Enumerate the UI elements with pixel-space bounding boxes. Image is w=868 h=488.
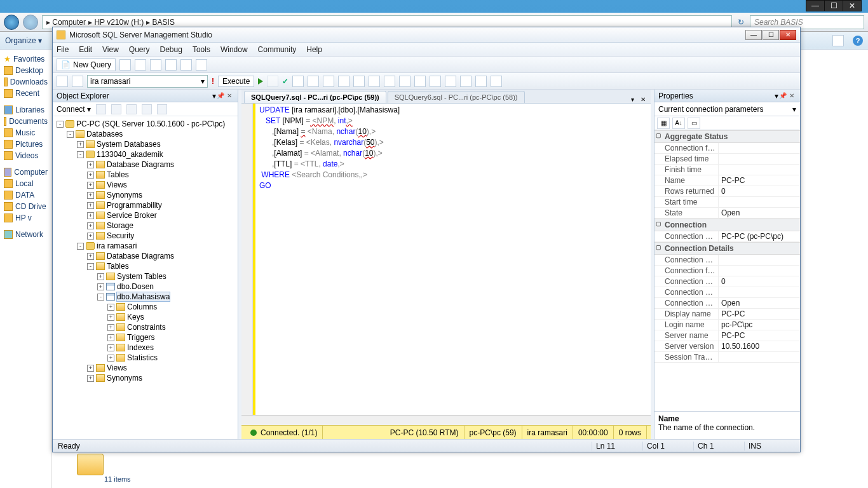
minimize-button[interactable]: —: [745, 30, 762, 40]
toolbar-button[interactable]: [196, 59, 207, 71]
menu-query[interactable]: Query: [129, 45, 150, 54]
tree-systables[interactable]: System Tables: [117, 272, 166, 281]
new-query-button[interactable]: 📄New Query: [57, 58, 116, 71]
tree-triggers[interactable]: Triggers: [127, 333, 155, 342]
alphabetical-icon[interactable]: A↓: [672, 118, 685, 129]
shell-minimize-button[interactable]: —: [806, 0, 825, 11]
breadcrumb-segment[interactable]: ▸ BASIS: [146, 18, 175, 27]
object-explorer-tree[interactable]: -PC-PC (SQL Server 10.50.1600 - pc-PC\pc…: [53, 116, 238, 439]
toolbar-button[interactable]: [292, 76, 304, 87]
nav-forward-button[interactable]: [23, 15, 38, 30]
organize-menu[interactable]: Organize ▾: [5, 36, 42, 45]
filter-icon[interactable]: [142, 104, 152, 114]
toolbar-button[interactable]: [72, 76, 83, 87]
shell-maximize-button[interactable]: ☐: [824, 0, 843, 11]
close-pane-icon[interactable]: ✕: [787, 92, 796, 99]
tree-toggle[interactable]: +: [107, 334, 114, 341]
toolbar-button[interactable]: [135, 59, 146, 71]
sidebar-network[interactable]: Network: [15, 230, 43, 239]
tree-storage[interactable]: Storage: [107, 221, 133, 230]
tree-toggle[interactable]: -: [67, 131, 74, 138]
properties-grid[interactable]: Aggregate Status Connection failure Elap…: [654, 130, 800, 411]
toolbar-button[interactable]: [119, 59, 131, 71]
tree-views[interactable]: Views: [107, 180, 127, 189]
breadcrumb-segment[interactable]: ▸ Computer: [46, 18, 86, 27]
play-icon[interactable]: [258, 78, 263, 85]
sidebar-computer[interactable]: Computer: [14, 168, 48, 177]
tree-sysdb[interactable]: System Databases: [97, 140, 161, 149]
toolbar-button[interactable]: [491, 76, 502, 87]
folder-item[interactable]: [65, 454, 116, 475]
help-icon[interactable]: ?: [853, 36, 863, 46]
tree-toggle[interactable]: +: [97, 273, 104, 280]
horizontal-scrollbar[interactable]: [241, 415, 651, 425]
refresh-icon[interactable]: [157, 104, 167, 114]
toolbar-icon[interactable]: [126, 104, 137, 114]
execute-button[interactable]: Execute: [218, 76, 254, 87]
sidebar-videos[interactable]: Videos: [15, 151, 38, 160]
toolbar-button[interactable]: [165, 59, 177, 71]
category-connection[interactable]: Connection: [654, 219, 800, 231]
tree-toggle[interactable]: +: [87, 212, 94, 219]
pin-icon[interactable]: 📌: [778, 92, 787, 99]
tree-toggle[interactable]: +: [77, 141, 84, 148]
tree-toggle[interactable]: +: [87, 222, 94, 229]
tree-toggle[interactable]: +: [87, 192, 94, 199]
tree-security[interactable]: Security: [107, 231, 134, 240]
menu-view[interactable]: View: [102, 45, 119, 54]
category-aggregate[interactable]: Aggregate Status: [654, 130, 800, 143]
view-icon[interactable]: [832, 35, 844, 46]
tree-constraints[interactable]: Constraints: [127, 323, 166, 332]
tree-toggle[interactable]: -: [87, 263, 94, 270]
properties-selector[interactable]: Current connection parameters▾: [654, 102, 800, 116]
refresh-icon[interactable]: ↻: [736, 18, 746, 27]
sql-editor[interactable]: UPDATE [ira ramasari].[dbo].[Mahasiswa] …: [241, 104, 651, 415]
database-selector[interactable]: ira ramasari ▾: [87, 75, 208, 88]
sidebar-music[interactable]: Music: [15, 128, 35, 137]
sidebar-downloads[interactable]: Downloads: [10, 78, 48, 86]
tree-toggle[interactable]: +: [107, 355, 114, 362]
tree-views[interactable]: Views: [107, 363, 127, 372]
tree-synonyms[interactable]: Synonyms: [107, 374, 142, 383]
tree-toggle[interactable]: +: [87, 375, 94, 382]
sidebar-dat[interactable]: DATA: [15, 191, 34, 200]
menu-help[interactable]: Help: [306, 45, 322, 54]
category-details[interactable]: Connection Details: [654, 242, 800, 255]
tree-synonyms[interactable]: Synonyms: [107, 191, 142, 200]
tab-close-icon[interactable]: ✕: [638, 96, 648, 103]
sidebar-libraries[interactable]: Libraries: [15, 105, 44, 114]
shell-close-button[interactable]: ✕: [843, 0, 862, 11]
tree-tables[interactable]: Tables: [107, 170, 129, 179]
toolbar-button[interactable]: [460, 76, 471, 87]
tree-toggle[interactable]: +: [87, 233, 94, 240]
parse-button[interactable]: ✓: [282, 77, 288, 86]
tree-toggle[interactable]: -: [57, 121, 64, 128]
tree-toggle[interactable]: -: [97, 294, 104, 301]
tree-programmability[interactable]: Programmability: [107, 201, 162, 210]
sidebar-recent[interactable]: Recent: [15, 89, 39, 98]
tree-toggle[interactable]: +: [87, 182, 94, 189]
tree-toggle[interactable]: -: [77, 243, 84, 250]
tree-db-akademik[interactable]: 1133040_akademik: [97, 150, 163, 159]
menu-debug[interactable]: Debug: [160, 45, 182, 54]
tree-toggle[interactable]: -: [77, 151, 84, 158]
maximize-button[interactable]: ☐: [763, 30, 779, 40]
toolbar-button[interactable]: [414, 76, 426, 87]
sidebar-local[interactable]: Local: [15, 179, 34, 188]
tree-servicebroker[interactable]: Service Broker: [107, 211, 157, 220]
tree-databases[interactable]: Databases: [86, 130, 123, 139]
properties-page-icon[interactable]: ▭: [688, 118, 700, 129]
toolbar-button[interactable]: [353, 76, 365, 87]
sidebar-desktop[interactable]: Desktop: [15, 66, 43, 75]
toolbar-button[interactable]: [308, 76, 319, 87]
sidebar-favorites[interactable]: Favorites: [13, 55, 44, 64]
sidebar-hp[interactable]: HP v: [15, 214, 32, 222]
tree-statistics[interactable]: Statistics: [127, 353, 158, 362]
close-button[interactable]: ✕: [780, 30, 796, 40]
tree-toggle[interactable]: +: [87, 202, 94, 209]
tree-toggle[interactable]: +: [97, 283, 104, 290]
toolbar-button[interactable]: [323, 76, 334, 87]
tree-dbdiag[interactable]: Database Diagrams: [107, 160, 174, 169]
tab-dropdown-icon[interactable]: ▾: [628, 96, 637, 103]
sidebar-cd[interactable]: CD Drive: [15, 202, 46, 211]
